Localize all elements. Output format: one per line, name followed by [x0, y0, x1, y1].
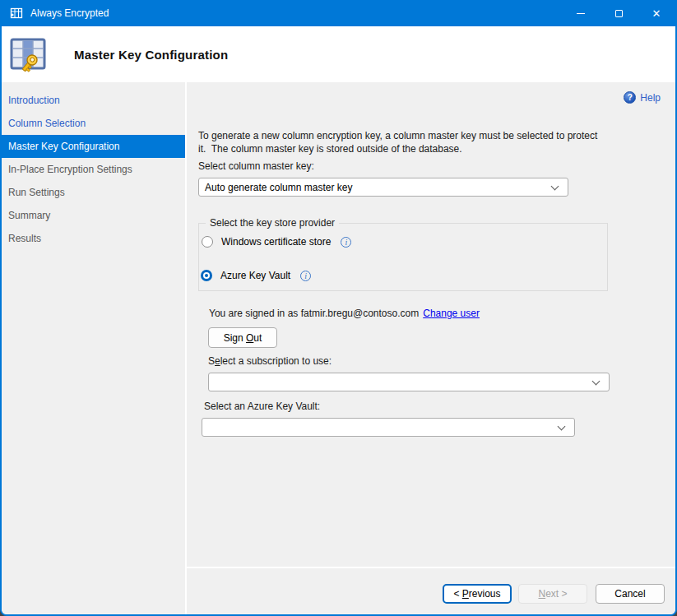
sidebar-item-results[interactable]: Results: [2, 227, 185, 250]
wizard-body: Introduction Column Selection Master Key…: [2, 82, 675, 614]
intro-text-line1: To generate a new column encryption key,…: [198, 129, 597, 142]
chevron-down-icon: [551, 182, 559, 190]
maximize-icon: [615, 10, 623, 17]
info-icon[interactable]: i: [341, 237, 351, 248]
key-store-provider-legend: Select the key store provider: [206, 217, 339, 229]
info-icon[interactable]: i: [300, 271, 311, 281]
always-encrypted-wizard-window: Always Encrypted ✕ M: [0, 0, 677, 616]
app-table-key-icon: [9, 6, 24, 21]
table-key-icon: [8, 35, 48, 74]
cancel-button[interactable]: Cancel: [596, 584, 665, 604]
radio-azure-key-vault-label[interactable]: Azure Key Vault: [220, 270, 290, 281]
maximize-button[interactable]: [600, 0, 638, 26]
page-header: Master Key Configuration: [2, 26, 675, 82]
title-bar: Always Encrypted ✕: [2, 0, 675, 26]
footer-bar: < Previous Next > Cancel: [187, 568, 675, 614]
intro-text-line2: it. The column master key is stored outs…: [198, 142, 462, 155]
sidebar-item-master-key-configuration[interactable]: Master Key Configuration: [2, 135, 185, 158]
sidebar-item-column-selection[interactable]: Column Selection: [2, 112, 185, 135]
chevron-down-icon: [558, 422, 566, 430]
sign-out-button[interactable]: Sign Out: [208, 327, 277, 348]
window-title: Always Encrypted: [30, 7, 109, 19]
radio-azure-key-vault[interactable]: Azure Key Vault i: [201, 270, 311, 281]
subscription-label: Select a subscription to use:: [208, 355, 332, 367]
minimize-button[interactable]: [562, 0, 600, 26]
sidebar-item-summary[interactable]: Summary: [2, 204, 185, 227]
master-key-dropdown-value: Auto generate column master key: [199, 182, 552, 193]
signed-in-row: You are signed in as fatmir.bregu@contos…: [209, 308, 480, 319]
main-column: ? Help To generate a new column encrypti…: [187, 82, 675, 614]
change-user-link[interactable]: Change user: [423, 308, 480, 319]
page-title: Master Key Configuration: [74, 48, 228, 62]
vault-label: Select an Azure Key Vault:: [204, 401, 320, 412]
master-key-dropdown[interactable]: Auto generate column master key: [198, 178, 568, 197]
previous-button[interactable]: < Previous: [443, 584, 512, 604]
main-content: ? Help To generate a new column encrypti…: [187, 82, 675, 567]
help-label: Help: [640, 92, 661, 104]
minimize-icon: [577, 13, 585, 14]
subscription-dropdown[interactable]: [208, 373, 610, 391]
master-key-label: Select column master key:: [198, 160, 314, 172]
radio-off-icon[interactable]: [202, 236, 213, 248]
radio-windows-certificate-store[interactable]: Windows certificate store i: [202, 236, 351, 248]
chevron-down-icon: [592, 377, 600, 385]
step-sidebar: Introduction Column Selection Master Key…: [2, 82, 185, 614]
radio-windows-certificate-store-label[interactable]: Windows certificate store: [221, 236, 331, 248]
help-icon: ?: [624, 91, 636, 104]
radio-on-icon[interactable]: [201, 270, 212, 281]
close-button[interactable]: ✕: [638, 0, 675, 26]
key-store-provider-group: Select the key store provider Windows ce…: [198, 223, 608, 291]
sidebar-item-introduction[interactable]: Introduction: [2, 89, 185, 112]
signed-in-text: You are signed in as fatmir.bregu@contos…: [209, 308, 419, 319]
sidebar-item-in-place-encryption[interactable]: In-Place Encryption Settings: [2, 158, 185, 181]
close-icon: ✕: [652, 8, 661, 19]
vault-dropdown[interactable]: [202, 418, 575, 437]
help-link[interactable]: ? Help: [624, 91, 661, 104]
sidebar-item-run-settings[interactable]: Run Settings: [2, 181, 185, 204]
next-button[interactable]: Next >: [518, 584, 587, 604]
